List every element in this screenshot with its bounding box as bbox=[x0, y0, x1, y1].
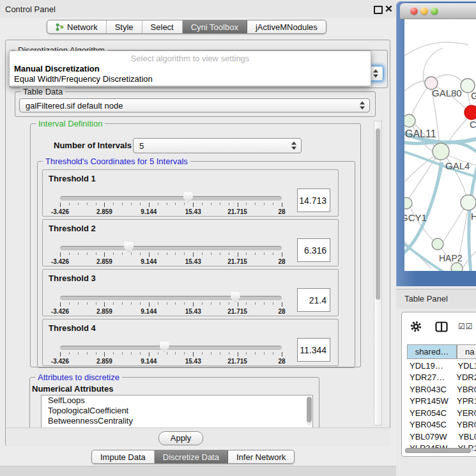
network-node[interactable] bbox=[404, 197, 412, 209]
column-checkbox-icons[interactable]: ☑☑ bbox=[458, 322, 473, 331]
tick-label: -3.426 bbox=[51, 308, 69, 315]
network-node[interactable] bbox=[432, 238, 443, 250]
table-cell[interactable]: YBL079W bbox=[402, 432, 455, 441]
tab-cyni-toolbox[interactable]: Cyni Toolbox bbox=[183, 20, 247, 33]
slider-ticks bbox=[60, 203, 282, 208]
table-row[interactable]: YBR043CYBR0 bbox=[402, 383, 476, 395]
table-cell[interactable]: YPR145W bbox=[402, 396, 454, 406]
tick-mark bbox=[87, 252, 88, 255]
network-node[interactable] bbox=[461, 195, 476, 210]
network-node[interactable] bbox=[404, 114, 415, 127]
minimize-traffic-light[interactable] bbox=[420, 7, 428, 15]
table-cell[interactable]: YDL1 bbox=[454, 361, 476, 371]
table-row[interactable]: YDR27…YDR2 bbox=[402, 372, 476, 384]
num-intervals-combo[interactable]: 5 bbox=[133, 138, 302, 153]
table-cell[interactable]: YIL052C bbox=[402, 456, 456, 457]
network-edge[interactable] bbox=[404, 81, 426, 95]
tick-mark bbox=[202, 203, 203, 205]
table-cell[interactable]: YER0 bbox=[454, 408, 476, 418]
slider-track[interactable] bbox=[60, 346, 282, 351]
list-item[interactable]: SelfLoops bbox=[42, 395, 312, 406]
slider-track[interactable] bbox=[60, 246, 282, 251]
attributes-scrollbar[interactable] bbox=[307, 397, 312, 426]
tab-style[interactable]: Style bbox=[107, 20, 142, 33]
zoom-traffic-light[interactable] bbox=[431, 7, 438, 15]
scrollbar-thumb[interactable] bbox=[376, 128, 380, 300]
column-header-shared-name[interactable]: shared… bbox=[407, 344, 457, 359]
tick-mark bbox=[104, 302, 105, 307]
table-cell[interactable]: YDL19… bbox=[402, 361, 454, 371]
table-cell[interactable]: YBR045C bbox=[402, 420, 454, 429]
tab-network[interactable]: Network bbox=[47, 20, 107, 33]
slider-thumb[interactable] bbox=[183, 192, 193, 203]
apply-button[interactable]: Apply bbox=[158, 431, 203, 445]
slider-ticks bbox=[60, 252, 282, 257]
network-edge[interactable] bbox=[436, 75, 462, 81]
table-row[interactable]: YPR145WYPR1 bbox=[402, 395, 476, 408]
slider-track[interactable] bbox=[60, 296, 282, 301]
menu-item-manual-discretization[interactable]: Manual Discretization bbox=[14, 64, 100, 73]
table-cell[interactable]: YIL0 bbox=[456, 456, 476, 457]
network-edge[interactable] bbox=[404, 42, 468, 59]
table-panel-title: Table Panel bbox=[404, 294, 448, 303]
network-canvas[interactable]: GAL80GAGAL11CGAL4GCY1HHAP2 bbox=[404, 19, 476, 271]
tick-mark bbox=[69, 203, 70, 205]
slider-thumb[interactable] bbox=[231, 292, 240, 303]
slider-thumb[interactable] bbox=[160, 342, 169, 353]
close-traffic-light[interactable] bbox=[410, 7, 418, 15]
tab-impute-data[interactable]: Impute Data bbox=[92, 450, 155, 463]
network-node[interactable] bbox=[451, 263, 463, 271]
panel-scrollbar[interactable] bbox=[374, 121, 382, 426]
tick-mark bbox=[60, 252, 61, 257]
threshold-4-box: Threshold 4 -3.4262.8599.14415.4321.7152… bbox=[42, 319, 339, 366]
table-cell[interactable]: YBR043C bbox=[402, 385, 454, 394]
scrollbar-thumb[interactable] bbox=[307, 397, 312, 422]
column-header-name[interactable]: na bbox=[457, 344, 476, 359]
menu-item-equal-width-frequency[interactable]: Equal Width/Frequency Discretization bbox=[14, 74, 153, 84]
tick-mark bbox=[264, 203, 265, 205]
network-window-titlebar[interactable] bbox=[400, 3, 476, 19]
table-row[interactable]: YBL079WYBL0 bbox=[402, 431, 476, 443]
table-cell[interactable]: YBR0 bbox=[454, 420, 476, 429]
network-edge[interactable] bbox=[411, 88, 427, 116]
threshold-value-field[interactable]: 14.713 bbox=[297, 188, 330, 212]
float-window-icon[interactable] bbox=[374, 6, 383, 14]
tick-mark bbox=[104, 352, 105, 357]
split-columns-icon[interactable] bbox=[435, 321, 448, 332]
table-row[interactable]: YER054CYER0 bbox=[402, 407, 476, 419]
table-row[interactable]: YBR045CYBR0 bbox=[402, 419, 476, 431]
tab-select[interactable]: Select bbox=[142, 20, 183, 33]
tab-jactivemnodules[interactable]: jActiveMNodules bbox=[247, 20, 326, 33]
close-icon[interactable] bbox=[385, 5, 392, 12]
slider-thumb[interactable] bbox=[124, 242, 134, 253]
table-cell[interactable]: YPR1 bbox=[454, 396, 476, 406]
tick-label: 15.43 bbox=[185, 208, 201, 215]
network-node[interactable] bbox=[433, 143, 449, 160]
table-data-combo[interactable]: galFiltered.sif default node bbox=[19, 98, 370, 112]
network-edge[interactable] bbox=[443, 209, 464, 242]
table-cell[interactable]: YDR27… bbox=[402, 372, 453, 382]
network-node[interactable] bbox=[464, 105, 476, 119]
gear-icon[interactable] bbox=[410, 320, 422, 333]
table-cell[interactable]: YBL0 bbox=[455, 432, 476, 441]
table-cell[interactable]: YER054C bbox=[402, 408, 454, 418]
slider-track[interactable] bbox=[60, 196, 282, 201]
threshold-value-field[interactable]: 11.344 bbox=[297, 338, 330, 362]
list-item[interactable]: BetweennessCentrality bbox=[42, 416, 312, 426]
network-edge[interactable] bbox=[409, 158, 436, 198]
threshold-value-field[interactable]: 21.4 bbox=[297, 288, 330, 312]
scrollbar-thumb[interactable] bbox=[405, 448, 471, 453]
tick-mark bbox=[220, 252, 220, 255]
table-row[interactable]: YDL19…YDL1 bbox=[402, 360, 476, 372]
tab-discretize-data[interactable]: Discretize Data bbox=[155, 450, 228, 463]
tab-infer-network[interactable]: Infer Network bbox=[228, 450, 294, 463]
table-row[interactable]: YIL052CYIL0 bbox=[402, 454, 476, 457]
threshold-value-field[interactable]: 6.316 bbox=[297, 238, 330, 262]
table-cell[interactable]: YBR0 bbox=[454, 385, 476, 394]
list-item[interactable]: TopologicalCoefficient bbox=[42, 406, 312, 416]
table-cell[interactable]: YDR2 bbox=[453, 372, 476, 382]
tick-mark bbox=[69, 252, 70, 255]
tick-label: 9.144 bbox=[141, 358, 157, 365]
network-edge[interactable] bbox=[468, 93, 470, 106]
table-hscrollbar[interactable] bbox=[405, 448, 473, 453]
